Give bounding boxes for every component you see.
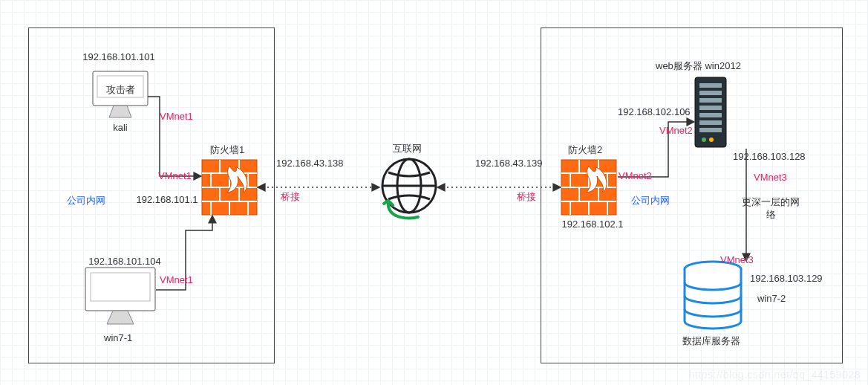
svg-point-34 xyxy=(382,159,436,213)
ip-label: 192.168.103.128 xyxy=(733,152,806,162)
net-label: VMnet2 xyxy=(619,171,652,181)
intranet-label: 公司内网 xyxy=(631,195,670,206)
internet-label: 互联网 xyxy=(393,143,422,154)
watermark: https://blog.csdn.net/qq_44159028 xyxy=(689,369,861,381)
intranet-label: 公司内网 xyxy=(67,195,105,206)
svg-point-35 xyxy=(397,159,421,213)
role-label: 攻击者 xyxy=(105,85,135,95)
host-label: win7-1 xyxy=(104,333,132,343)
ip-label: 192.168.103.129 xyxy=(750,274,823,284)
net-label: VMnet2 xyxy=(659,126,693,136)
ip-label: 192.168.101.104 xyxy=(80,256,169,267)
firewall-title: 防火墙2 xyxy=(568,145,602,155)
db-title: 数据库服务器 xyxy=(682,336,740,346)
bridge-label: 桥接 xyxy=(517,192,536,202)
net-label: VMnet3 xyxy=(720,255,754,265)
net-label: VMnet1 xyxy=(160,275,193,285)
net-label: VMnet1 xyxy=(160,111,193,122)
firewall-title: 防火墙1 xyxy=(210,145,244,155)
ip-label: 192.168.43.138 xyxy=(276,158,343,169)
bridge-label: 桥接 xyxy=(281,192,300,202)
ip-label: 192.168.102.106 xyxy=(618,107,691,117)
net-label: VMnet1 xyxy=(158,171,192,181)
server-title: web服务器 win2012 xyxy=(656,61,741,71)
deeper-network-label: 更深一层的网络 xyxy=(737,196,804,221)
host-label: kali xyxy=(106,123,134,133)
ip-label: 192.168.101.1 xyxy=(134,195,200,206)
host-label: win7-2 xyxy=(757,294,786,304)
ip-label: 192.168.102.1 xyxy=(559,219,626,230)
globe-icon xyxy=(382,159,436,219)
ip-label: 192.168.43.139 xyxy=(475,158,542,169)
right-network-box xyxy=(541,28,843,363)
ip-label: 192.168.101.101 xyxy=(74,52,163,62)
net-label: VMnet3 xyxy=(754,172,787,183)
